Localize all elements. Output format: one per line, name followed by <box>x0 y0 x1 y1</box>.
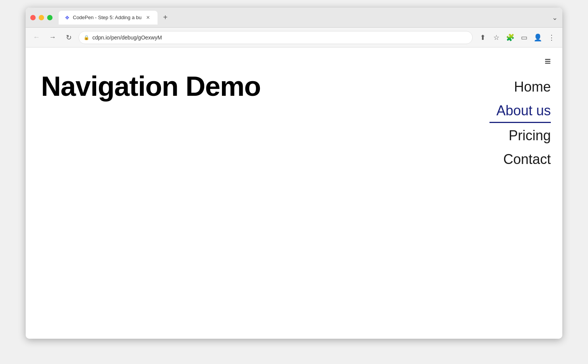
main-content: Navigation Demo <box>26 48 478 339</box>
nav-item-about[interactable]: About us <box>489 99 551 123</box>
active-tab[interactable]: ❖ CodePen - Step 5: Adding a bu × <box>59 11 158 25</box>
tab-close-button[interactable]: × <box>145 14 151 21</box>
maximize-traffic-light[interactable] <box>47 15 53 20</box>
address-bar: ← → ↻ 🔒 cdpn.io/pen/debug/gOexwyM ⬆ ☆ 🧩 … <box>26 28 562 48</box>
tab-title: CodePen - Step 5: Adding a bu <box>73 15 141 20</box>
nav-item-contact[interactable]: Contact <box>489 148 551 171</box>
title-bar: ❖ CodePen - Step 5: Adding a bu × + ⌄ <box>26 8 562 28</box>
share-button[interactable]: ⬆ <box>476 31 489 44</box>
url-text: cdpn.io/pen/debug/gOexwyM <box>92 34 468 41</box>
more-button[interactable]: ⋮ <box>545 31 558 44</box>
hamburger-menu-icon[interactable]: ≡ <box>545 55 551 67</box>
forward-button[interactable]: → <box>46 31 59 44</box>
minimize-traffic-light[interactable] <box>39 15 44 20</box>
page-title: Navigation Demo <box>41 71 463 102</box>
new-tab-button[interactable]: + <box>159 11 171 24</box>
sidebar-button[interactable]: ▭ <box>518 31 530 44</box>
tab-dropdown-button[interactable]: ⌄ <box>552 13 558 22</box>
lock-icon: 🔒 <box>84 35 89 40</box>
browser-window: ❖ CodePen - Step 5: Adding a bu × + ⌄ ← … <box>26 8 562 339</box>
navigation-sidebar: ≡ Home About us Pricing Contact <box>478 48 562 339</box>
profile-button[interactable]: 👤 <box>532 31 544 44</box>
nav-item-home[interactable]: Home <box>489 75 551 99</box>
extensions-button[interactable]: 🧩 <box>504 31 516 44</box>
browser-actions: ⬆ ☆ 🧩 ▭ 👤 ⋮ <box>476 31 558 44</box>
traffic-lights <box>30 15 53 20</box>
back-button[interactable]: ← <box>30 31 43 44</box>
nav-menu: Home About us Pricing Contact <box>489 75 551 171</box>
page-content: Navigation Demo ≡ Home About us Pricing … <box>26 48 562 339</box>
nav-item-pricing[interactable]: Pricing <box>489 124 551 148</box>
refresh-button[interactable]: ↻ <box>62 31 75 44</box>
tab-bar: ❖ CodePen - Step 5: Adding a bu × + ⌄ <box>59 11 558 25</box>
url-bar[interactable]: 🔒 cdpn.io/pen/debug/gOexwyM <box>79 31 473 44</box>
codepen-icon: ❖ <box>65 15 70 21</box>
bookmark-button[interactable]: ☆ <box>490 31 503 44</box>
close-traffic-light[interactable] <box>30 15 36 20</box>
